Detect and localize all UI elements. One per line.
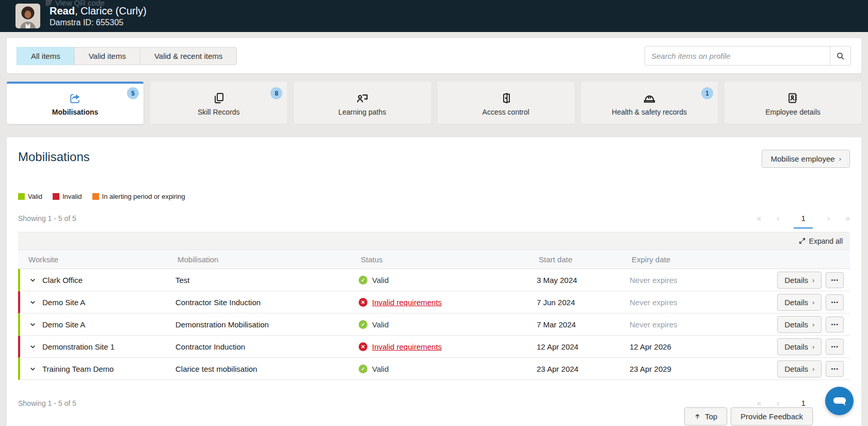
card-skill-records[interactable]: 8 Skill Records (150, 82, 287, 124)
worksite-cell: Demonstration Site 1 (28, 342, 175, 351)
worksite-name: Demo Site A (42, 320, 85, 329)
showing-count: Showing 1 - 5 of 5 (18, 214, 76, 223)
card-learning-paths[interactable]: Learning paths (294, 82, 430, 124)
prev-page-button[interactable]: ‹ (777, 399, 779, 408)
table-row: Demo Site A Contractor Site Induction ✕ … (18, 291, 850, 313)
card-label: Learning paths (339, 108, 387, 116)
row-expand-chevron-button[interactable] (28, 276, 37, 285)
skill-records-pages-icon (213, 91, 225, 105)
mobilisation-name: Contractor Induction (175, 342, 359, 351)
worksite-cell: Demo Site A (28, 320, 175, 329)
showing-count-bottom: Showing 1 - 5 of 5 (18, 399, 76, 407)
scroll-to-top-button[interactable]: Top (684, 407, 727, 425)
chevron-right-icon: › (839, 155, 841, 163)
chevron-down-icon (29, 321, 36, 328)
learning-paths-icon (356, 91, 369, 105)
employee-identity: Read, Clarice (Curly) Damstra ID: 655305 (50, 5, 147, 27)
chevron-right-icon: › (812, 365, 814, 373)
row-actions: Details › ••• (777, 294, 850, 311)
details-button[interactable]: Details › (777, 360, 822, 377)
pagination-top: « ‹ 1 › » (757, 212, 850, 225)
profile-category-cards: 5 Mobilisations 8 Skill Records (7, 82, 861, 124)
more-actions-button[interactable]: ••• (826, 317, 844, 333)
mobilise-employee-button[interactable]: Mobilise employee › (762, 150, 850, 168)
start-date: 12 Apr 2024 (537, 342, 630, 351)
expiry-date: 23 Apr 2029 (630, 365, 733, 373)
table-body: Clark Office Test ✓ Valid 3 May 2024 Nev… (18, 269, 850, 380)
expand-all-button[interactable]: Expand all (18, 232, 850, 250)
details-button[interactable]: Details › (777, 272, 822, 289)
table-row: Clark Office Test ✓ Valid 3 May 2024 Nev… (18, 269, 850, 291)
legend-swatch (18, 193, 25, 200)
filter-tab-label: Valid items (89, 52, 126, 60)
mobilisation-name: Demonstration Mobilisation (175, 320, 359, 329)
search-button[interactable] (830, 46, 851, 66)
chevron-down-icon (29, 343, 36, 350)
card-mobilisations[interactable]: 5 Mobilisations (7, 82, 143, 124)
chevron-down-icon (29, 366, 36, 372)
search-icon (836, 52, 845, 60)
row-expand-chevron-button[interactable] (28, 365, 37, 373)
row-actions: Details › ••• (777, 338, 850, 355)
row-expand-chevron-button[interactable] (28, 320, 37, 329)
expiry-date: Never expires (630, 276, 733, 285)
status-label[interactable]: Invalid requirements (372, 298, 442, 307)
current-page[interactable]: 1 (795, 212, 811, 225)
ellipsis-icon: ••• (831, 343, 839, 351)
legend-item: Valid (18, 193, 42, 200)
chevron-right-icon: › (812, 276, 814, 284)
start-date: 7 Mar 2024 (537, 320, 630, 329)
status-label: Valid (372, 365, 389, 373)
last-page-button[interactable]: » (845, 214, 850, 223)
card-health-safety[interactable]: 1 Health & safety records (581, 82, 718, 124)
ellipsis-icon: ••• (831, 276, 839, 284)
damstra-id: Damstra ID: 655305 (50, 18, 147, 27)
column-header-mobilisation: Mobilisation (178, 255, 361, 264)
view-qr-code-link[interactable]: View QR code (45, 0, 105, 7)
next-page-button[interactable]: › (827, 214, 830, 223)
status-icon: ✓ (359, 276, 367, 285)
legend-swatch (53, 193, 59, 200)
status-label: Valid (372, 320, 389, 329)
search-input[interactable] (645, 46, 830, 66)
worksite-name: Training Team Demo (42, 365, 114, 373)
details-button[interactable]: Details › (777, 294, 822, 311)
column-header-expiry-date: Expiry date (632, 255, 735, 264)
card-employee-details[interactable]: Employee details (725, 82, 861, 124)
floating-page-actions: Top Provide Feedback (684, 407, 813, 425)
health-safety-count-badge: 1 (701, 87, 713, 99)
prev-page-button[interactable]: ‹ (777, 214, 779, 223)
status-cell: ✓ Valid (359, 320, 537, 329)
legend-label: Valid (28, 193, 42, 200)
more-actions-button[interactable]: ••• (826, 339, 844, 355)
worksite-name: Demonstration Site 1 (42, 342, 115, 351)
table-row: Demo Site A Demonstration Mobilisation ✓… (18, 313, 850, 336)
filter-tab[interactable]: Valid & recent items (140, 47, 237, 65)
chevron-right-icon: › (812, 343, 814, 351)
expiry-date: Never expires (630, 320, 733, 329)
filter-tab-label: All items (31, 52, 60, 60)
provide-feedback-button[interactable]: Provide Feedback (731, 407, 813, 425)
table-row: Training Team Demo Clarice test mobilisa… (18, 358, 850, 380)
filter-tab[interactable]: Valid items (74, 47, 140, 65)
filter-toolbar: All items Valid items Valid & recent ite… (7, 38, 861, 73)
worksite-cell: Clark Office (28, 276, 175, 285)
details-button[interactable]: Details › (777, 316, 822, 333)
details-button[interactable]: Details › (777, 338, 822, 355)
chat-widget-button[interactable] (825, 387, 854, 415)
more-actions-button[interactable]: ••• (826, 272, 844, 288)
filter-tab[interactable]: All items (17, 47, 75, 65)
status-icon: ✓ (359, 320, 367, 329)
row-expand-chevron-button[interactable] (28, 342, 37, 351)
column-header-worksite: Worksite (28, 255, 178, 264)
first-page-button[interactable]: « (757, 214, 761, 223)
card-access-control[interactable]: Access control (438, 82, 574, 124)
more-actions-button[interactable]: ••• (826, 294, 844, 310)
mobilisations-count-badge: 5 (127, 87, 139, 99)
more-actions-button[interactable]: ••• (826, 361, 844, 377)
ellipsis-icon: ••• (831, 298, 839, 306)
first-page-button[interactable]: « (757, 399, 761, 408)
status-cell: ✓ Valid (359, 276, 537, 285)
status-label[interactable]: Invalid requirements (372, 342, 442, 351)
row-expand-chevron-button[interactable] (28, 298, 37, 307)
